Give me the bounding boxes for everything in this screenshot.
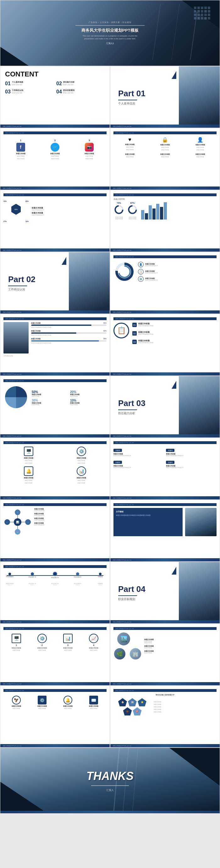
- icon-grid-item-6: 标题文本标题 标题文本标题: [184, 153, 217, 158]
- node-graph: 📊 ↑ ↓ ← →: [3, 508, 32, 536]
- pie-label-2: 20% 标题文本标题 标题文本标题: [70, 390, 106, 397]
- key-item-1: 关键词 标题文本标题 标题文本标题标题文本标题文本: [114, 446, 164, 457]
- slide2-footer: 您输入的标题文字 Enter your text: [0, 125, 110, 128]
- cover-top-text: 广告策划 / 公关策划 / 招聘方案 / 职业规划: [89, 21, 131, 24]
- tl-item-1: 华年前期规划: [3, 573, 16, 578]
- pentagon-cluster: 🏠 🏢 ⭐ 💼 🎯: [114, 698, 151, 715]
- slide11: 您输入的标题文字 Enter your text: [0, 376, 110, 438]
- content-sub-1: Enter your text: [12, 84, 23, 86]
- pie-label-3: 30% 标题文本标题 标题文本标题: [32, 399, 68, 405]
- part03-content: Part 03 胜任能力分析: [110, 376, 180, 437]
- slide14-footer: 您输入的标题文字 Enter your text: [0, 558, 110, 561]
- slide18: 您输入的标题文字 Enter your text 🏙️ 🌿 🏢: [110, 624, 220, 686]
- clipboard-icon: 📋: [114, 323, 129, 338]
- slide6-header: 您输入的标题文字 Enter your text: [3, 193, 106, 196]
- slide17: 您输入的标题文字 Enter your text 🖥️ 1 标题文本标题 标题文…: [0, 624, 110, 686]
- social-sub-1: 标题文本标题: [17, 155, 25, 157]
- bar-chart: [141, 202, 167, 219]
- row-icon-1: 🦅 标题文本标题 标题文本标题: [10, 696, 23, 709]
- building-image: [185, 508, 217, 536]
- tl-desc-1: 标题文本标题 标题文本: [3, 583, 16, 586]
- slide15-footer: 您输入的标题文字 Enter your text: [110, 558, 220, 561]
- pie-label-1: 50% 标题文本标题 标题文本标题: [32, 390, 68, 397]
- slide12-header: 您输入的标题文字 Enter your text: [3, 441, 106, 444]
- slide8-footer: 您输入的标题文字 Enter your text: [110, 310, 220, 314]
- photo-label-3: 标题文本标题 标题文本标题: [144, 650, 217, 653]
- thanks-slide: THANKS 汇报人: [0, 748, 220, 814]
- social-label-2: 标题文本标题: [50, 153, 60, 154]
- content-label-3: 工作岗位认知: [12, 89, 23, 92]
- tl-item-2: 毕业后第一年: [26, 573, 39, 578]
- slide5-header: 您输入的标题文字 Enter your text: [114, 131, 217, 134]
- key-item-3: 关键词 标题文本标题 标题文本标题标题文本标题文本: [114, 459, 164, 469]
- social-label-1: 标题文本标题: [16, 153, 26, 154]
- key-item-4: 关键词 标题文本标题 标题文本标题标题文本标题文本: [166, 459, 217, 469]
- part04-subtitle: 职业目标规划: [118, 597, 171, 601]
- slide16: 您输入的标题文字 Enter your text 华年前期规划: [0, 562, 110, 624]
- tl-desc-4: 毕业后第五年 标题文本: [71, 583, 84, 586]
- slide20: 您输入的标题文字 Enter your text 请在此处输入您的标题文字 🏠 …: [110, 686, 220, 748]
- num-item-3: 03 标题文本标题标题文本标题标题文本标题: [132, 340, 217, 344]
- prog-item-3: 标题文本标题 90% 标题文本标题标题文本标题文本标题: [31, 338, 106, 344]
- row-icon-3: 🔔 标题文本标题 标题文本标题: [62, 696, 74, 709]
- cover-subtitle: The user can demonstrate on a projector …: [78, 35, 142, 40]
- thanks-sub: 汇报人: [106, 788, 114, 792]
- slide5: 您输入的标题文字 Enter your text ♥ 标题文本标题 标题文本标题…: [110, 128, 220, 190]
- pie-label-4: 10% 标题文本标题 标题文本标题: [70, 399, 106, 405]
- tl-item-4: 毕业后第五年: [71, 573, 84, 578]
- content-item-2: 02 胜任能力分析 Enter your text: [56, 81, 105, 87]
- content-slide: CONTENT 01 个人基本信息 Enter your text 02 胜任能…: [0, 66, 110, 128]
- content-item-4: 04 职业目标规划 Enter your text: [56, 89, 105, 95]
- node-label-3: 标题文本标题 标题文本标题标题: [34, 517, 106, 521]
- social-item-1: 1 f 标题文本标题 标题文本标题 标题文本标题: [16, 139, 26, 159]
- slide9-header: 您输入的标题文字 Enter your text: [3, 317, 106, 320]
- part02-footer: 您输入的标题文字 Enter your text: [0, 310, 110, 314]
- slide19-footer: 您输入的标题文字 Enter your text: [0, 744, 110, 747]
- slide7-footer: 您输入的标题文字 Enter your text: [110, 248, 220, 252]
- photo-label-2: 标题文本标题 标题文本标题: [144, 645, 217, 649]
- thanks-text: THANKS: [87, 770, 133, 783]
- slide18-header: 您输入的标题文字 Enter your text: [114, 627, 217, 630]
- content-label-4: 职业目标规划: [63, 89, 74, 92]
- part03-slide: Part 03 胜任能力分析 您输入的标题文字 Enter your text: [110, 376, 220, 438]
- slide12-footer: 您输入的标题文字 Enter your text: [0, 496, 110, 499]
- slide20-header: 您输入的标题文字 Enter your text: [114, 689, 217, 692]
- timeline: 华年前期规划 毕业后第一年 毕业后第三年: [3, 573, 106, 578]
- slide13-header: 您输入的标题文字 Enter your text: [114, 441, 217, 444]
- slide7: 您输入的标题文字 Enter your text 亲戚占据控制 73% 标题文本…: [110, 190, 220, 252]
- icon-row-2: 📋 标题文本标题标题文本标题标题文本: [138, 269, 217, 275]
- overlap-photos: 🏙️ 🌿 🏢: [114, 632, 142, 660]
- career-item-3: 📊 3 标题文本标题 标题文本标题: [61, 634, 75, 651]
- slide9: 您输入的标题文字 Enter your text 标题文本标题 80% 标题文本…: [0, 314, 110, 376]
- slide10: 您输入的标题文字 Enter your text 📋 01 标题文本标题标题文本…: [110, 314, 220, 376]
- pie-charts: 73% 标题文本标题 标题文本标题 87%: [114, 202, 138, 219]
- thanks-content: THANKS 汇报人: [0, 748, 220, 813]
- slide19: 您输入的标题文字 Enter your text 🦅 标题文本标题 标题文本标题…: [0, 686, 110, 748]
- part01-footer-text: 您输入的标题文字 Enter your text: [113, 125, 131, 127]
- social-item-3: 3 📷 标题文本标题 标题文本标题 标题文本标题: [85, 139, 94, 159]
- tl-desc-5: 长期规划 标题文本: [94, 583, 106, 586]
- slide16-footer: 您输入的标题文字 Enter your text: [0, 620, 110, 623]
- part01-part: Part 01: [118, 89, 171, 98]
- thanks-footer: [0, 811, 220, 813]
- slide8-header: 您输入的标题文字 Enter your text: [114, 255, 217, 258]
- slide4-header: 您输入的标题文字 Enter your text: [3, 131, 106, 134]
- content-title: CONTENT: [5, 70, 105, 78]
- slide11-footer: 您输入的标题文字 Enter your text: [0, 434, 110, 437]
- icon-grid-item-1: ♥ 标题文本标题 标题文本标题 标题文本标题: [114, 137, 146, 151]
- slide4: 您输入的标题文字 Enter your text 1 f 标题文本标题 标题文本…: [0, 128, 110, 190]
- cover-content: 广告策划 / 公关策划 / 招聘方案 / 职业规划 商务风大学生职业规划PPT模…: [0, 0, 220, 66]
- social-item-2: 2 🐦 标题文本标题 标题文本标题 标题文本标题: [50, 139, 60, 159]
- num-item-2: 02 标题文本标题标题文本标题标题文本标题: [132, 331, 217, 336]
- slide7-header: 您输入的标题文字 Enter your text: [114, 193, 217, 196]
- content-sub-2: Enter your text: [63, 84, 74, 86]
- icon-row-3: ⚙️ 标题文本标题标题文本标题标题文本: [138, 276, 217, 282]
- slide19-header: 您输入的标题文字 Enter your text: [3, 689, 106, 692]
- tl-desc-3: 毕业后第三年 标题文本: [49, 583, 61, 586]
- slide15-header: 您输入的标题文字 Enter your text: [114, 503, 217, 506]
- tl-item-3: 毕业后第三年: [49, 573, 61, 578]
- content-label-1: 个人基本信息: [12, 81, 23, 84]
- part03-building: [179, 376, 220, 437]
- part01-subtitle: 个人基本信息: [118, 101, 171, 106]
- slide12: 您输入的标题文字 Enter your text 🖥️ 标题文本标题 标题文本标…: [0, 438, 110, 500]
